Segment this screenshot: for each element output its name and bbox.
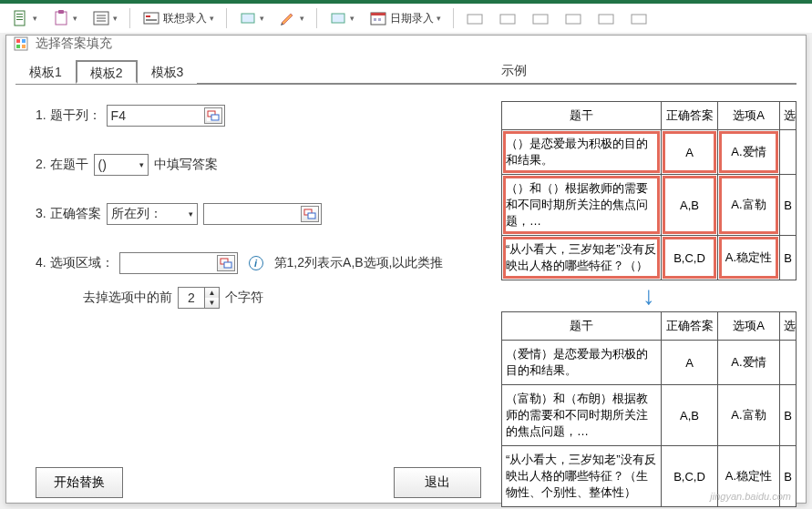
range-picker-icon[interactable]: [301, 206, 319, 222]
chevron-down-icon: ▾: [73, 14, 77, 23]
chevron-down-icon: ▾: [260, 14, 264, 23]
svg-rect-17: [374, 18, 376, 21]
example-table-after: 题干 正确答案 选项A 选 （爱情）是恋爱最为积极的目的和结果。 A A.爱情 …: [501, 311, 797, 507]
row-correct-answer: 3. 正确答案 所在列： ▾: [36, 203, 492, 225]
arrow-down-icon: ↓: [501, 280, 797, 311]
ribbon-button-13[interactable]: [592, 6, 620, 30]
spinner-trim-count[interactable]: 2 ▲ ▼: [178, 287, 220, 309]
input-question-col-value: F4: [111, 108, 126, 123]
ribbon-button-1[interactable]: ▾: [7, 6, 42, 30]
table-row: （）和（）根据教师的需要和不同时期所关注的焦点问题，… A,B A.富勒 B: [502, 175, 797, 236]
cell-q: （富勒）和（布朗）根据教师的需要和不同时期所关注的焦点问题，…: [502, 385, 662, 446]
svg-rect-29: [22, 45, 26, 48]
svg-rect-18: [378, 18, 381, 21]
svg-rect-22: [566, 15, 581, 24]
svg-rect-12: [146, 19, 157, 21]
svg-rect-4: [56, 12, 67, 25]
cell-ans: B,C,D: [662, 236, 718, 280]
cell-optB: [780, 341, 797, 385]
table-header-row: 题干 正确答案 选项A 选: [502, 312, 797, 341]
cell-optB: B: [780, 175, 797, 236]
table-row: （）是恋爱最为积极的目的和结果。 A A.爱情: [502, 130, 797, 175]
ribbon-button-9[interactable]: [461, 6, 488, 30]
spinner-trim-value: 2: [179, 288, 204, 308]
th-question: 题干: [502, 312, 662, 341]
exit-button[interactable]: 退出: [394, 467, 481, 498]
g2-icon: [499, 9, 517, 27]
svg-rect-14: [332, 14, 344, 23]
label-option-range: 4. 选项区域：: [36, 255, 114, 271]
svg-rect-23: [599, 15, 613, 24]
table-header-row: 题干 正确答案 选项A 选: [502, 102, 797, 130]
cell-ans: A,B: [662, 385, 718, 446]
ribbon-button-11[interactable]: [527, 6, 554, 30]
select-answer-col[interactable]: 所在列： ▾: [107, 203, 198, 225]
cell-q: “从小看大，三岁知老”没有反映出人格的哪些特征？（生物性、个别性、整体性）: [502, 446, 662, 507]
list-icon: [92, 9, 110, 27]
table-row: “从小看大，三岁知老”没有反映出人格的哪些特征？（） B,C,D A.稳定性 B: [502, 236, 797, 280]
label-question-col: 1. 题干列：: [36, 107, 101, 124]
svg-rect-11: [146, 15, 150, 17]
label-fill-prefix: 2. 在题干: [36, 157, 88, 173]
ribbon-button-14[interactable]: [625, 6, 653, 30]
ribbon-button-6[interactable]: ▾: [274, 6, 309, 30]
ribbon-assoc-input[interactable]: 联想录入 ▾: [138, 6, 219, 30]
tab-template-2[interactable]: 模板2: [76, 60, 138, 84]
th-answer: 正确答案: [662, 312, 718, 341]
input-question-col[interactable]: F4: [107, 105, 225, 127]
th-question: 题干: [502, 102, 662, 130]
range-picker-icon[interactable]: [204, 107, 222, 124]
svg-rect-2: [16, 16, 23, 17]
range-picker-icon[interactable]: [217, 255, 235, 271]
label-fill-suffix: 中填写答案: [154, 157, 218, 173]
dialog-titlebar[interactable]: 选择答案填充: [6, 36, 806, 52]
cell-ans: A,B: [662, 175, 718, 236]
svg-rect-19: [468, 15, 482, 24]
tab-template-1[interactable]: 模板1: [15, 60, 76, 84]
svg-rect-21: [533, 15, 548, 24]
doc-icon: [12, 9, 30, 27]
select-answer-col-value: 所在列：: [111, 206, 162, 222]
ribbon-button-10[interactable]: [494, 6, 521, 30]
table-row: （富勒）和（布朗）根据教师的需要和不同时期所关注的焦点问题，… A,B A.富勒…: [502, 385, 797, 446]
ribbon-date-input[interactable]: 日期录入 ▾: [365, 6, 446, 30]
ribbon-button-12[interactable]: [560, 6, 587, 30]
cell-ans: A: [662, 341, 718, 385]
chevron-down-icon: ▾: [33, 14, 37, 23]
input-answer-col[interactable]: [203, 203, 322, 225]
chevron-down-icon: ▾: [113, 14, 118, 23]
svg-rect-26: [16, 39, 20, 43]
svg-rect-10: [144, 13, 159, 24]
tab-strip: 模板1 模板2 模板3: [15, 59, 501, 85]
example-table-before: 题干 正确答案 选项A 选 （）是恋爱最为积极的目的和结果。 A A.爱情 （）…: [501, 101, 797, 280]
ribbon-button-3[interactable]: ▾: [87, 6, 122, 30]
tab-template-3[interactable]: 模板3: [138, 60, 198, 84]
th-optB: 选: [780, 312, 797, 341]
clipboard-icon: [52, 9, 70, 27]
ribbon-button-5[interactable]: ▾: [234, 6, 269, 30]
cell-optB: B: [780, 446, 797, 507]
spinner-down-icon[interactable]: ▼: [204, 298, 219, 308]
svg-rect-20: [500, 15, 515, 24]
cell-optA: A.富勒: [718, 175, 780, 236]
select-bracket-value: (): [98, 158, 107, 172]
cell-q: “从小看大，三岁知老”没有反映出人格的哪些特征？（）: [502, 236, 662, 280]
separator: [226, 8, 227, 28]
cell-optA: A.爱情: [718, 341, 780, 385]
input-option-range[interactable]: [119, 252, 238, 274]
th-answer: 正确答案: [662, 102, 718, 130]
start-replace-button[interactable]: 开始替换: [36, 467, 123, 498]
svg-rect-3: [16, 19, 23, 20]
chevron-down-icon: ▾: [210, 14, 214, 23]
example-tables: 题干 正确答案 选项A 选 （）是恋爱最为积极的目的和结果。 A A.爱情 （）…: [501, 101, 797, 507]
ribbon-button-7[interactable]: ▾: [324, 6, 359, 30]
th-optB: 选: [780, 102, 797, 130]
spinner-up-icon[interactable]: ▲: [204, 288, 219, 298]
ribbon-date-label: 日期录入: [390, 11, 434, 26]
ribbon-button-2[interactable]: ▾: [47, 6, 82, 30]
select-bracket-style[interactable]: () ▾: [94, 154, 149, 176]
box-icon: [239, 9, 257, 27]
table-row: “从小看大，三岁知老”没有反映出人格的哪些特征？（生物性、个别性、整体性） B,…: [502, 446, 797, 507]
cell-optB: B: [780, 385, 797, 446]
cell-optA: A.爱情: [718, 130, 780, 175]
